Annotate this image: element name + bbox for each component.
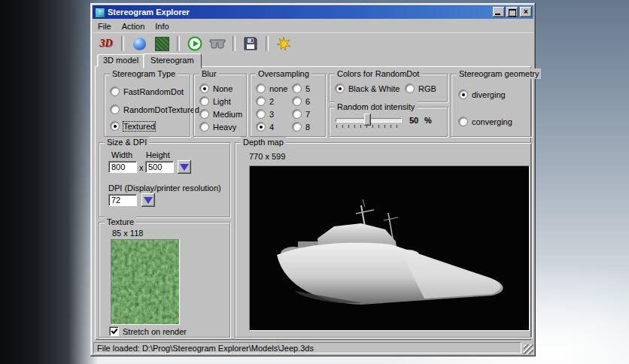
radio-oversampling-7[interactable]: 7 [292, 109, 310, 119]
radio-icon [199, 109, 209, 119]
radio-blur-light[interactable]: Light [199, 96, 231, 106]
depth-map-image [250, 166, 529, 330]
depth-map-preview [249, 165, 530, 331]
group-texture: Texture 85 x 118 Stretch on render [99, 222, 230, 338]
minimize-icon [495, 14, 500, 15]
radio-oversampling-6[interactable]: 6 [292, 96, 310, 106]
radio-icon [292, 122, 302, 132]
close-button[interactable]: × [520, 7, 532, 17]
play-icon [187, 36, 202, 51]
group-title: Depth map [241, 137, 286, 147]
group-stereogram-type: Stereogram Type FastRandomDot RandomDotT… [104, 74, 190, 137]
radio-black-white[interactable]: Black & White [335, 83, 400, 93]
radio-icon [199, 83, 209, 93]
group-blur: Blur None Light Medium Heavy [193, 74, 247, 137]
radio-blur-medium[interactable]: Medium [199, 109, 242, 119]
depth-map-dimensions: 770 x 599 [249, 152, 285, 161]
radio-label: 4 [269, 123, 274, 132]
status-bar: File loaded: D:\Prog\Stereogram Explorer… [93, 341, 533, 354]
radio-icon [110, 86, 120, 96]
radio-diverging[interactable]: diverging [458, 89, 506, 99]
radio-oversampling-4[interactable]: 4 [256, 122, 274, 132]
toolbar-separator [177, 36, 180, 51]
checkbox-icon [109, 326, 119, 336]
group-size-dpi: Size & DPI Width Height x DPI (Display/p… [99, 142, 230, 217]
radio-oversampling-2[interactable]: 2 [256, 96, 274, 106]
radio-icon [256, 96, 266, 106]
dpi-preset-button[interactable] [141, 193, 155, 207]
stereo-glasses-icon [209, 38, 226, 50]
radio-label: 3 [269, 110, 274, 119]
radio-icon [458, 117, 468, 126]
resize-grip[interactable] [524, 344, 533, 354]
size-preset-button[interactable] [178, 160, 191, 174]
generate-preview-button[interactable] [185, 35, 205, 53]
close-icon: × [524, 8, 528, 16]
radio-oversampling-none[interactable]: none [256, 83, 287, 93]
width-label: Width [111, 150, 132, 159]
radio-icon [292, 109, 302, 119]
group-title: Random dot intensity [335, 102, 417, 112]
menu-file[interactable]: File [93, 21, 117, 32]
radio-icon [458, 89, 468, 99]
radio-oversampling-3[interactable]: 3 [256, 109, 274, 119]
save-floppy-icon [244, 37, 257, 50]
minimize-button[interactable] [493, 7, 505, 17]
radio-blur-none[interactable]: None [199, 83, 232, 93]
group-oversampling: Oversampling none 2 3 4 [250, 74, 326, 137]
group-title: Stereogram Type [110, 68, 178, 79]
dpi-label: DPI (Display/printer resolution) [108, 184, 221, 193]
radio-label: diverging [472, 90, 506, 99]
radio-icon [405, 83, 415, 93]
dpi-input[interactable] [108, 194, 137, 206]
menu-bar: File Action Info [93, 20, 533, 32]
window-controls: × [493, 7, 532, 17]
toolbar: 3D [93, 32, 533, 54]
radio-icon [199, 122, 209, 132]
radio-label: Textured [123, 122, 155, 131]
radio-randomdottextured[interactable]: RandomDotTextured [110, 105, 199, 114]
status-text: File loaded: D:\Prog\Stereogram Explorer… [97, 344, 314, 353]
group-title: Colors for RandomDot [335, 68, 421, 79]
view-stereogram-button[interactable] [208, 35, 227, 53]
radio-oversampling-8[interactable]: 8 [292, 122, 310, 132]
radio-converging[interactable]: converging [458, 117, 512, 126]
sphere-icon [133, 38, 146, 50]
size-separator: x [139, 163, 144, 172]
group-title: Size & DPI [105, 137, 149, 147]
title-bar[interactable]: Stereogram Explorer × [93, 5, 533, 19]
tab-3d-model[interactable]: 3D model [97, 54, 144, 67]
radio-textured[interactable]: Textured [110, 121, 155, 131]
group-title: Texture [105, 217, 136, 227]
radio-icon [335, 83, 345, 93]
height-input[interactable] [145, 161, 174, 173]
radio-label: Medium [213, 110, 242, 119]
intensity-slider-thumb[interactable] [364, 114, 371, 126]
3d-model-icon: 3D [99, 38, 112, 50]
radio-label: FastRandomDot [123, 87, 184, 96]
radio-label: 7 [305, 110, 310, 119]
menu-action[interactable]: Action [117, 21, 150, 32]
stretch-on-render-checkbox[interactable]: Stretch on render [109, 326, 187, 336]
texture-button[interactable] [152, 35, 172, 53]
maximize-button[interactable] [506, 7, 518, 17]
toolbar-separator [266, 36, 269, 51]
load-3d-model-button[interactable]: 3D [96, 35, 116, 53]
radio-oversampling-5[interactable]: 5 [292, 83, 310, 93]
tab-stereogram[interactable]: Stereogram [143, 53, 201, 68]
radio-fastrandomdot[interactable]: FastRandomDot [110, 86, 184, 96]
radio-label: Heavy [213, 123, 236, 132]
radio-icon [110, 105, 120, 114]
radio-rgb[interactable]: RGB [405, 83, 436, 93]
menu-info[interactable]: Info [150, 21, 174, 32]
radio-icon [256, 109, 266, 119]
settings-button[interactable] [274, 35, 293, 53]
radio-icon [292, 83, 302, 93]
radio-blur-heavy[interactable]: Heavy [199, 122, 236, 132]
radio-label: 2 [269, 97, 274, 106]
render-sphere-button[interactable] [129, 35, 149, 53]
width-input[interactable] [108, 161, 137, 173]
radio-label: None [213, 84, 232, 93]
save-button[interactable] [241, 35, 260, 53]
radio-label: Black & White [348, 84, 400, 93]
